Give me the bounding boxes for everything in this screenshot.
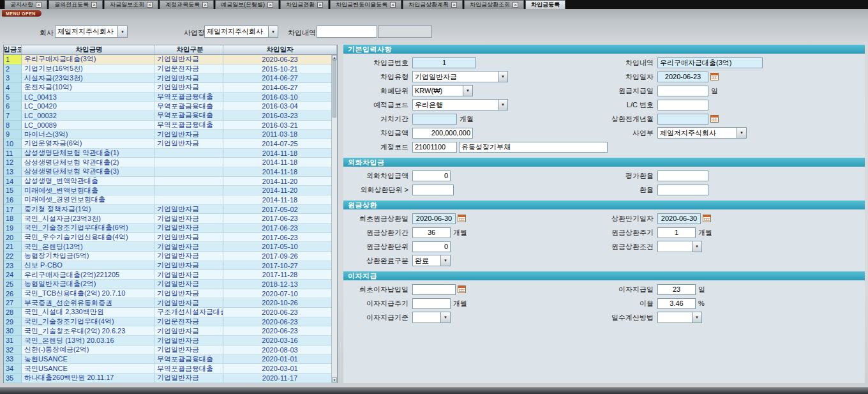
interest-pay-cycle-field[interactable] <box>412 298 451 309</box>
col-loan-date[interactable]: 차입일자 <box>223 45 337 54</box>
loan-date-field[interactable]: 2020-06-23 <box>657 72 708 82</box>
table-row[interactable]: 3 시설자금(23억3천) 기업일반자금 2014-06-27 <box>4 73 337 83</box>
calendar-icon[interactable] <box>703 215 711 222</box>
day-count-method-select[interactable]: ▼ <box>657 312 702 323</box>
account-code-field[interactable]: 21001100 <box>412 142 457 153</box>
close-icon[interactable]: × <box>36 2 41 8</box>
chevron-down-icon[interactable]: ▼ <box>440 312 450 322</box>
loan-number-field[interactable]: 1 <box>412 57 476 68</box>
scrollbar-thumb[interactable] <box>333 60 336 117</box>
loan-desc-filter-input[interactable] <box>317 26 377 38</box>
repay-complete-select[interactable]: 완료 ▼ <box>412 255 451 266</box>
menu-open-button[interactable]: MENU OPEN <box>2 10 41 17</box>
principal-repay-period-field[interactable]: 36 <box>412 227 451 238</box>
close-icon[interactable]: × <box>147 2 153 8</box>
table-row[interactable]: 1 우리구매자금대출(3억) 기업일반자금 2020-06-23 <box>4 55 337 64</box>
currency-select[interactable]: KRW(₩) ▼ <box>412 85 473 96</box>
table-row[interactable]: 11 삼성생명단체보험 약관대출(1) 2014-11-18 <box>4 149 337 158</box>
first-principal-repay-date-field[interactable]: 2020-06-30 <box>412 213 456 224</box>
chevron-down-icon[interactable]: ▼ <box>692 241 701 252</box>
close-icon[interactable]: × <box>451 2 457 8</box>
interest-rate-field[interactable]: 3.46 <box>657 298 696 309</box>
table-row[interactable]: 13 삼성생명단체보험 약관대출(3) 2014-11-18 <box>4 167 337 177</box>
table-scrollbar[interactable]: ▲ ▼ <box>331 55 337 383</box>
table-row[interactable]: 10 기업운영자금(6억) 기업일반자금 2014-07-25 <box>4 139 337 149</box>
table-row[interactable]: 32 신한(-)통장예금(2억) 기업일반자금 2020-08-03 <box>4 345 337 355</box>
table-row[interactable]: 26 국민_TCB신용대출(2억) 20.7.10 기업일반자금 2020-07… <box>4 289 337 299</box>
principal-pay-day-field[interactable] <box>657 86 708 96</box>
tab[interactable]: 예금일보(은행별) × <box>215 0 279 9</box>
principal-repay-condition-select[interactable]: ▼ <box>657 241 702 252</box>
table-row[interactable]: 30 국민_기술창조우대(2억) 20.6.23 기업일반자금 2020-06-… <box>4 326 337 336</box>
chevron-down-icon[interactable]: ▼ <box>268 26 278 37</box>
table-row[interactable]: 12 삼성생명단체보험 약관대출(2) 2014-11-18 <box>4 158 337 167</box>
chevron-down-icon[interactable]: ▼ <box>498 100 507 110</box>
table-row[interactable]: 29 국민_기술창조기업우대(4억) 기업운전자금 2020-06-23 <box>4 317 337 327</box>
chevron-down-icon[interactable]: ▼ <box>692 312 701 322</box>
table-row[interactable]: 20 국민_우수기술기업신용대출(4억) 기업일반자금 2017-06-23 <box>4 233 337 243</box>
col-loan-name[interactable]: 차입금명 <box>22 45 154 54</box>
chevron-down-icon[interactable]: ▼ <box>737 128 746 138</box>
table-row[interactable]: 24 우리구매자금대출(2억)221205 기업일반자금 2017-11-28 <box>4 270 337 280</box>
tab[interactable]: 차입금상환계획 × <box>403 0 463 9</box>
chevron-down-icon[interactable]: ▼ <box>117 26 127 37</box>
close-icon[interactable]: × <box>267 2 273 8</box>
table-row[interactable]: 8 LC_00089 무역포괄금융대출 2016-03-21 <box>4 121 337 130</box>
exchange-rate-field[interactable] <box>657 185 708 195</box>
table-row[interactable]: 2 기업기보(16억5천) 기업운전자금 2015-10-21 <box>4 64 337 74</box>
table-row[interactable]: 28 국민_시설대 2,330백만원 구조개선시설자금대출 2020-06-23 <box>4 308 337 317</box>
table-row[interactable]: 21 국민_온렌딩(13억) 기업일반자금 2017-05-10 <box>4 242 337 252</box>
table-row[interactable]: 16 미래에셋_경영인보험대출 2014-11-18 <box>4 195 337 205</box>
tab[interactable]: 공지사항 × <box>4 0 47 9</box>
table-row[interactable]: 6 LC_00420 무역포괄금융대출 2016-03-04 <box>4 102 337 111</box>
table-row[interactable]: 33 농협USANCE 무역포괄금융대출 2020-01-01 <box>4 355 337 365</box>
first-interest-pay-date-field[interactable] <box>412 284 456 295</box>
principal-repay-cycle-field[interactable]: 1 <box>657 227 696 238</box>
close-icon[interactable]: × <box>202 2 208 8</box>
tab[interactable]: 차입금상환조회 × <box>464 0 524 9</box>
table-row[interactable]: 7 LC_00032 무역포괄금융대출 2016-03-23 <box>4 111 337 121</box>
scroll-down-icon[interactable]: ▼ <box>332 377 337 383</box>
table-row[interactable]: 18 국민_시설자금(23억3천) 기업일반자금 2017-06-23 <box>4 214 337 224</box>
chevron-down-icon[interactable]: ▼ <box>440 255 450 266</box>
calendar-icon[interactable] <box>710 73 719 80</box>
loan-description-field[interactable]: 우리구매자금대출(3억) <box>657 57 763 68</box>
close-icon[interactable]: × <box>317 2 323 8</box>
table-row[interactable]: 22 농협장기차입금(5억) 기업일반자금 2017-09-26 <box>4 252 337 261</box>
calendar-icon[interactable] <box>458 215 466 222</box>
close-icon[interactable]: × <box>513 2 518 8</box>
fx-repay-unit-field[interactable] <box>412 185 454 195</box>
close-icon[interactable]: × <box>91 2 97 8</box>
repay-extend-ym-field[interactable] <box>657 114 708 125</box>
maturity-date-field[interactable]: 2020-06-30 <box>657 213 701 224</box>
col-loan-code[interactable]: 차입금코드 <box>4 45 22 54</box>
tab[interactable]: 차입금변동이율등록 × <box>330 0 401 9</box>
chevron-down-icon[interactable]: ▼ <box>463 86 472 96</box>
table-row[interactable]: 4 운전자금(10억) 기업일반자금 2014-06-27 <box>4 83 337 93</box>
table-row[interactable]: 31 국민_온렌딩 (13억) 20.03.16 기업일반자금 2020-03-… <box>4 336 337 345</box>
table-row[interactable]: 9 마이너스(3억) 기업일반자금 2011-03-18 <box>4 130 337 139</box>
table-row[interactable]: 25 농협일반자금대출(2억) 기업일반자금 2018-12-13 <box>4 280 337 289</box>
company-select[interactable]: 제일저지주식회사 ▼ <box>55 26 128 38</box>
deposit-code-select[interactable]: 우리은행 ▼ <box>412 99 508 110</box>
principal-repay-unit-field[interactable]: 0 <box>412 241 451 252</box>
table-row[interactable]: 5 LC_00413 무역포괄금융대출 2016-03-10 <box>4 93 337 102</box>
close-icon[interactable]: × <box>390 2 396 8</box>
interest-basis-select[interactable]: ▼ <box>412 312 451 323</box>
tab[interactable]: 계정과목등록 × <box>160 0 214 9</box>
table-row[interactable]: 15 미래에셋_변액보험대출 2014-11-20 <box>4 186 337 195</box>
table-row[interactable]: 35 하나대출260백만원 20.11.17 기업일반자금 2020-11-17 <box>4 374 337 383</box>
tab[interactable]: 차입금현황 × <box>280 0 329 9</box>
scroll-up-icon[interactable]: ▲ <box>332 55 337 60</box>
division-select[interactable]: 제일저지주식회사 ▼ <box>657 127 747 139</box>
loan-type-select[interactable]: 기업일반자금 ▼ <box>412 71 508 82</box>
chevron-down-icon[interactable]: ▼ <box>498 72 507 82</box>
calendar-icon[interactable] <box>458 285 466 293</box>
table-row[interactable]: 17 중기청 정책자금(1억) 기업일반자금 2017-05-02 <box>4 205 337 215</box>
tab[interactable]: 결의전표등록 × <box>49 0 103 9</box>
col-loan-type[interactable]: 차입구분 <box>154 45 223 54</box>
site-select[interactable]: 제일저지주식회사 ▼ <box>204 26 278 38</box>
table-row[interactable]: 34 국민USANCE 무역포괄금융대출 2020-03-01 <box>4 364 337 374</box>
table-row[interactable]: 27 부국증권_선순위유동화증권 기업일반자금 2020-10-26 <box>4 298 337 308</box>
lc-number-field[interactable] <box>657 100 708 110</box>
